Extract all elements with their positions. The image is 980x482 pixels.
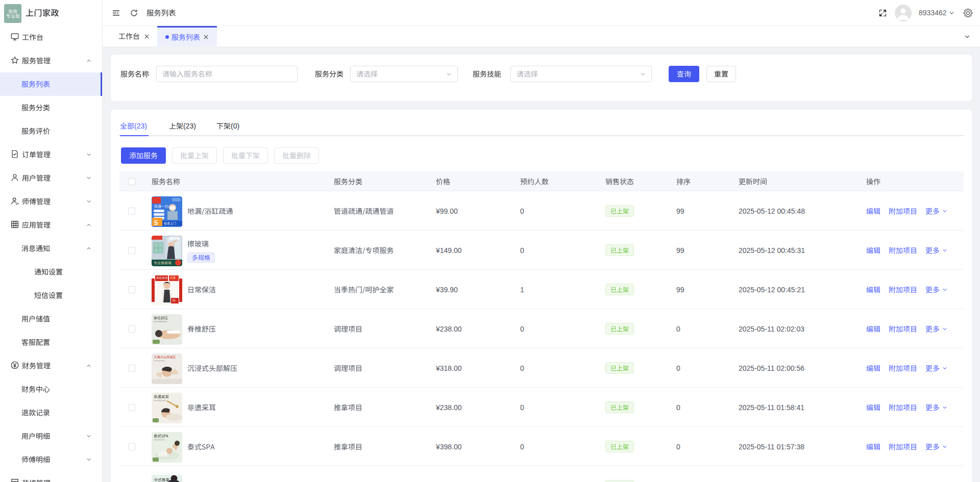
svg-text:5: 5 [154, 219, 158, 226]
